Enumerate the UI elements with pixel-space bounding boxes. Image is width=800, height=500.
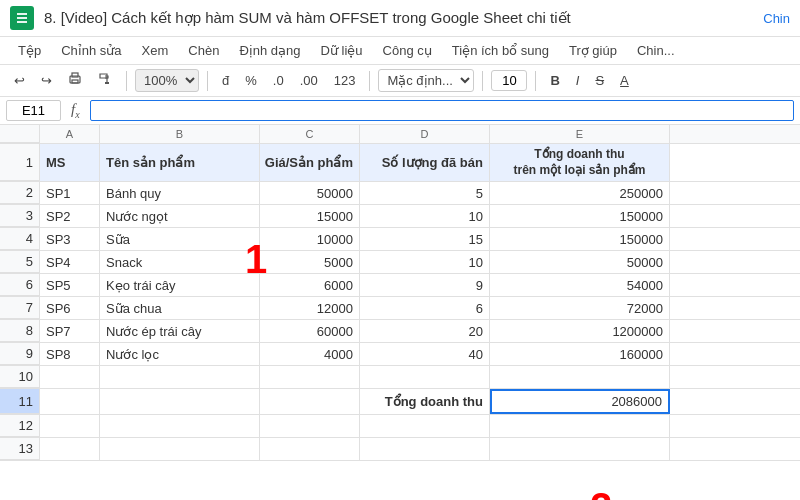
decimal-up-button[interactable]: .00 xyxy=(294,70,324,91)
currency-button[interactable]: đ xyxy=(216,70,235,91)
cell-a11[interactable] xyxy=(40,389,100,414)
cell-d8[interactable]: 20 xyxy=(360,320,490,342)
menu-view[interactable]: Xem xyxy=(134,39,177,62)
corner-cell xyxy=(0,125,40,143)
cell-a8[interactable]: SP7 xyxy=(40,320,100,342)
cell-e8[interactable]: 1200000 xyxy=(490,320,670,342)
table-row: 3 SP2 Nước ngọt 15000 10 150000 xyxy=(0,205,800,228)
cell-c4[interactable]: 10000 xyxy=(260,228,360,250)
cell-e1[interactable]: Tổng doanh thutrên một loại sản phẩm xyxy=(490,144,670,181)
cell-c9[interactable]: 4000 xyxy=(260,343,360,365)
cell-e9[interactable]: 160000 xyxy=(490,343,670,365)
percent-button[interactable]: % xyxy=(239,70,263,91)
cell-a1[interactable]: MS xyxy=(40,144,100,181)
cell-d7[interactable]: 6 xyxy=(360,297,490,319)
cell-c1[interactable]: Giá/Sản phẩm xyxy=(260,144,360,181)
cell-b3[interactable]: Nước ngọt xyxy=(100,205,260,227)
cell-b7[interactable]: Sữa chua xyxy=(100,297,260,319)
cell-d11-tong[interactable]: Tổng doanh thu xyxy=(360,389,490,414)
cell-e6[interactable]: 54000 xyxy=(490,274,670,296)
svg-rect-1 xyxy=(17,13,27,15)
italic-button[interactable]: I xyxy=(570,70,586,91)
cell-e5[interactable]: 50000 xyxy=(490,251,670,273)
col-header-b: B xyxy=(100,125,260,143)
cell-e13[interactable] xyxy=(490,438,670,460)
row-num-6: 6 xyxy=(0,274,40,296)
cell-a12[interactable] xyxy=(40,415,100,437)
cell-d2[interactable]: 5 xyxy=(360,182,490,204)
cell-e11-total[interactable]: 2086000 xyxy=(490,389,670,414)
cell-d4[interactable]: 15 xyxy=(360,228,490,250)
paint-format-button[interactable] xyxy=(92,69,118,92)
cell-d6[interactable]: 9 xyxy=(360,274,490,296)
cell-b10[interactable] xyxy=(100,366,260,388)
cell-d13[interactable] xyxy=(360,438,490,460)
cell-e3[interactable]: 150000 xyxy=(490,205,670,227)
cell-a5[interactable]: SP4 xyxy=(40,251,100,273)
cell-d9[interactable]: 40 xyxy=(360,343,490,365)
cell-d5[interactable]: 10 xyxy=(360,251,490,273)
cell-a10[interactable] xyxy=(40,366,100,388)
cell-b6[interactable]: Kẹo trái cây xyxy=(100,274,260,296)
cell-c10[interactable] xyxy=(260,366,360,388)
cell-d10[interactable] xyxy=(360,366,490,388)
cell-a9[interactable]: SP8 xyxy=(40,343,100,365)
menu-insert[interactable]: Chèn xyxy=(180,39,227,62)
menu-addons[interactable]: Tiện ích bổ sung xyxy=(444,39,557,62)
cell-e10[interactable] xyxy=(490,366,670,388)
decimal-down-button[interactable]: .0 xyxy=(267,70,290,91)
cell-c8[interactable]: 60000 xyxy=(260,320,360,342)
menu-format[interactable]: Định dạng xyxy=(231,39,308,62)
cell-e12[interactable] xyxy=(490,415,670,437)
cell-c7[interactable]: 12000 xyxy=(260,297,360,319)
cell-a13[interactable] xyxy=(40,438,100,460)
undo-button[interactable]: ↩ xyxy=(8,70,31,91)
cell-a2[interactable]: SP1 xyxy=(40,182,100,204)
cell-d12[interactable] xyxy=(360,415,490,437)
cell-c12[interactable] xyxy=(260,415,360,437)
cell-d1[interactable]: Số lượng đã bán xyxy=(360,144,490,181)
cell-d3[interactable]: 10 xyxy=(360,205,490,227)
cell-a6[interactable]: SP5 xyxy=(40,274,100,296)
cell-e7[interactable]: 72000 xyxy=(490,297,670,319)
menu-chin[interactable]: Chin... xyxy=(629,39,683,62)
menu-help[interactable]: Trợ giúp xyxy=(561,39,625,62)
menu-data[interactable]: Dữ liệu xyxy=(313,39,371,62)
menu-file[interactable]: Tệp xyxy=(10,39,49,62)
cell-c3[interactable]: 15000 xyxy=(260,205,360,227)
font-family-select[interactable]: Mặc định... xyxy=(378,69,474,92)
cell-a4[interactable]: SP3 xyxy=(40,228,100,250)
row-num-13: 13 xyxy=(0,438,40,460)
strikethrough-button[interactable]: S xyxy=(589,70,610,91)
cell-reference-input[interactable] xyxy=(6,100,61,121)
cell-b2[interactable]: Bánh quy xyxy=(100,182,260,204)
cell-a7[interactable]: SP6 xyxy=(40,297,100,319)
cell-b8[interactable]: Nước ép trái cây xyxy=(100,320,260,342)
cell-a3[interactable]: SP2 xyxy=(40,205,100,227)
cell-b12[interactable] xyxy=(100,415,260,437)
menu-tools[interactable]: Công cụ xyxy=(375,39,440,62)
underline-button[interactable]: A xyxy=(614,70,635,91)
print-button[interactable] xyxy=(62,69,88,92)
redo-button[interactable]: ↪ xyxy=(35,70,58,91)
cell-b4[interactable]: Sữa xyxy=(100,228,260,250)
more-formats-button[interactable]: 123 xyxy=(328,70,362,91)
cell-e2[interactable]: 250000 xyxy=(490,182,670,204)
cell-b5[interactable]: Snack xyxy=(100,251,260,273)
cell-b11[interactable] xyxy=(100,389,260,414)
formula-input[interactable]: =SUM(E2:E9) xyxy=(90,100,794,121)
font-size-input[interactable] xyxy=(491,70,527,91)
cell-c11[interactable] xyxy=(260,389,360,414)
cell-c2[interactable]: 50000 xyxy=(260,182,360,204)
col-header-c: C xyxy=(260,125,360,143)
cell-e4[interactable]: 150000 xyxy=(490,228,670,250)
menu-edit[interactable]: Chỉnh sửa xyxy=(53,39,129,62)
zoom-select[interactable]: 100% xyxy=(135,69,199,92)
cell-b1[interactable]: Tên sản phẩm xyxy=(100,144,260,181)
cell-c13[interactable] xyxy=(260,438,360,460)
bold-button[interactable]: B xyxy=(544,70,565,91)
cell-c6[interactable]: 6000 xyxy=(260,274,360,296)
cell-b13[interactable] xyxy=(100,438,260,460)
cell-c5[interactable]: 5000 xyxy=(260,251,360,273)
cell-b9[interactable]: Nước lọc xyxy=(100,343,260,365)
